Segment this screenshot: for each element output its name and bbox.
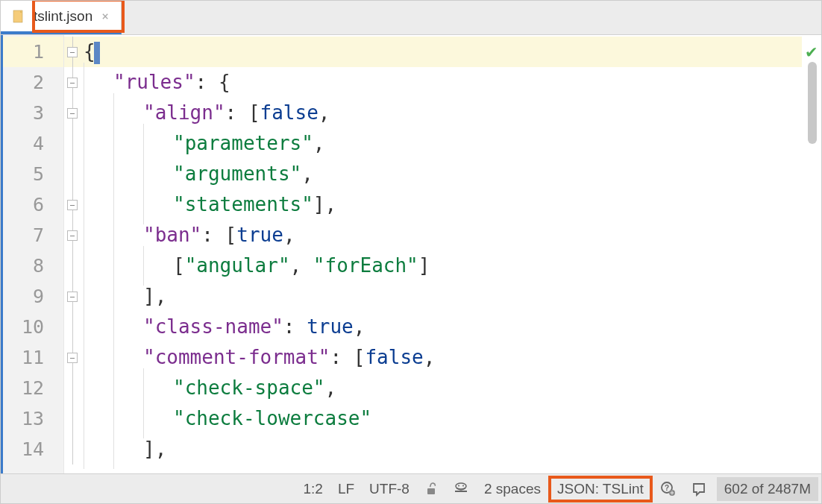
language-mode[interactable]: JSON: TSLint	[548, 476, 653, 503]
close-icon[interactable]: ×	[100, 7, 110, 25]
editor[interactable]: 1234567891011121314 { "rules": { "align"…	[1, 35, 821, 473]
indent-setting[interactable]: 2 spaces	[477, 474, 548, 503]
fold-marker	[64, 403, 81, 434]
fold-toggle-icon[interactable]	[67, 108, 78, 119]
line-number: 5	[3, 159, 63, 189]
fold-marker	[64, 128, 81, 159]
line-number: 4	[3, 128, 63, 159]
check-icon: ✔	[806, 41, 817, 62]
line-number: 10	[3, 312, 63, 342]
fold-marker[interactable]	[64, 67, 81, 98]
fold-marker	[64, 159, 81, 189]
svg-point-3	[458, 485, 459, 486]
code-line[interactable]: ],	[84, 281, 802, 312]
code-line[interactable]: "check-lowercase"	[84, 403, 802, 434]
svg-text:?: ?	[665, 484, 669, 492]
fold-toggle-icon[interactable]	[67, 353, 78, 363]
encoding[interactable]: UTF-8	[362, 474, 417, 503]
code-line[interactable]: ],	[84, 434, 802, 464]
text-cursor	[94, 42, 100, 64]
cursor-position[interactable]: 1:2	[296, 474, 330, 503]
fold-toggle-icon[interactable]	[67, 230, 78, 241]
line-number: 7	[3, 220, 63, 251]
fold-marker	[64, 251, 81, 281]
lock-icon[interactable]	[417, 474, 445, 503]
line-number: 12	[3, 373, 63, 403]
line-number: 8	[3, 251, 63, 281]
code-line[interactable]: "statements"],	[84, 189, 802, 220]
code-line[interactable]: "comment-format": [false,	[84, 342, 802, 373]
inspector-icon[interactable]	[445, 474, 477, 503]
line-number: 6	[3, 189, 63, 220]
code-line[interactable]: "align": [false,	[84, 98, 802, 128]
fold-gutter	[64, 35, 81, 473]
line-number: 1	[3, 37, 63, 67]
code-line[interactable]: "rules": {	[84, 67, 802, 98]
fold-marker	[64, 434, 81, 464]
fold-marker[interactable]	[64, 281, 81, 312]
line-number: 9	[3, 281, 63, 312]
line-number: 11	[3, 342, 63, 373]
scrollbar-thumb[interactable]	[808, 62, 817, 144]
code-line[interactable]: "parameters",	[84, 128, 802, 159]
fold-marker[interactable]	[64, 342, 81, 373]
code-area[interactable]: { "rules": { "align": [false, "parameter…	[81, 35, 802, 473]
line-number: 2	[3, 67, 63, 98]
fold-toggle-icon[interactable]	[67, 292, 78, 302]
code-line[interactable]: "ban": [true,	[84, 220, 802, 251]
code-line[interactable]: "class-name": true,	[84, 312, 802, 342]
code-line[interactable]: ["angular", "forEach"]	[84, 251, 802, 281]
line-ending[interactable]: LF	[330, 474, 362, 503]
tab-tslint[interactable]: tslint.json ×	[1, 1, 122, 34]
code-line[interactable]: "check-space",	[84, 373, 802, 403]
line-number: 3	[3, 98, 63, 128]
fold-toggle-icon[interactable]	[67, 200, 78, 210]
json-file-icon	[11, 9, 26, 24]
notifications-icon[interactable]	[684, 474, 714, 503]
fold-marker	[64, 312, 81, 342]
code-line[interactable]: {	[84, 37, 802, 67]
fold-marker[interactable]	[64, 98, 81, 128]
line-number: 14	[3, 434, 63, 464]
fold-toggle-icon[interactable]	[67, 78, 78, 88]
memory-indicator[interactable]: 602 of 2487M	[717, 477, 818, 501]
fold-marker	[64, 373, 81, 403]
tab-bar: tslint.json ×	[1, 1, 821, 35]
right-gutter: ✔	[802, 35, 821, 473]
code-line[interactable]: "arguments",	[84, 159, 802, 189]
fold-marker[interactable]	[64, 189, 81, 220]
status-bar: 1:2 LF UTF-8 2 spaces JSON: TSLint ? 602…	[1, 473, 821, 503]
fold-marker[interactable]	[64, 220, 81, 251]
svg-rect-1	[427, 488, 435, 494]
svg-point-4	[462, 485, 464, 486]
svg-point-2	[456, 483, 466, 489]
fold-toggle-icon[interactable]	[67, 47, 78, 57]
line-number: 13	[3, 403, 63, 434]
line-number-gutter: 1234567891011121314	[3, 35, 64, 473]
help-settings-icon[interactable]: ?	[653, 474, 684, 503]
fold-marker[interactable]	[64, 37, 81, 67]
tab-label: tslint.json	[34, 8, 92, 25]
svg-rect-5	[455, 491, 467, 492]
